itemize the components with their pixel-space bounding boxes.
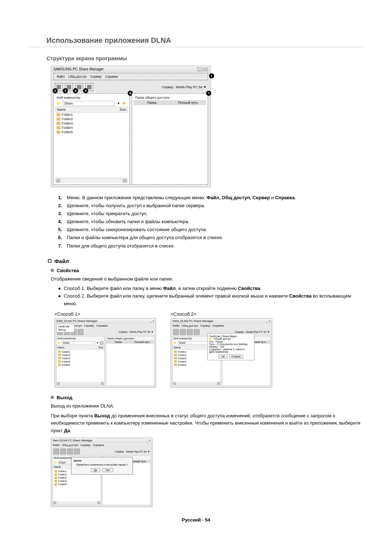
pane-right-title: Папка общего доступа	[134, 95, 206, 100]
close-icon: ×	[203, 68, 208, 71]
screenshot-method1: SAM_DLNA PC Share Manager_ × Файл Общ.до…	[54, 318, 156, 388]
toolbar-icon-4: 4	[75, 83, 83, 91]
toolbar-icon-2: 2	[55, 83, 63, 91]
properties-dialog: Свойства: Папка Видео 📁Общий доступ Тип …	[207, 333, 254, 360]
col-size: Size	[103, 108, 126, 111]
minimize-icon: _	[197, 68, 202, 71]
callout-5: 5	[83, 88, 88, 93]
menu-server: Сервер	[90, 75, 102, 78]
callout-1: 1	[209, 73, 214, 78]
folder-row: Folder4	[55, 126, 128, 130]
callout-4: 4	[73, 88, 78, 93]
share-select: Share	[63, 101, 115, 106]
folder-row: Folder5	[55, 130, 128, 134]
exit-description-2: При выборе пункта Выход до применения вн…	[29, 412, 363, 435]
folder-row: Folder1	[55, 112, 128, 117]
pane-shared-folder: 7 Папка общего доступа Папка Полный путь	[132, 93, 208, 185]
props-description: Отображение сведений о выбранном файле и…	[29, 275, 363, 283]
small-square-icon	[51, 396, 54, 399]
window-controls: _ ×	[197, 68, 208, 71]
folder-row: Folder3	[55, 121, 128, 126]
scrollbar: ‹ ›	[55, 178, 128, 183]
no-button: Нет	[102, 468, 113, 472]
cancel-button: Отмена	[229, 355, 243, 359]
screenshot-exit-confirm: Sam DLNA PC Share Manager_ × Файл Общ.до…	[51, 438, 152, 507]
method-list: ●Способ 1. Выберите файл или папку в мен…	[29, 285, 363, 307]
numbered-list: 1.Меню. В данном приложении представлены…	[29, 194, 363, 250]
toolbar-icon-5: 5	[85, 83, 93, 91]
yes-button: Да	[91, 468, 101, 472]
toolbar-icon-3: 3	[65, 83, 73, 91]
page-footer: Русский - 54	[0, 517, 392, 523]
menu-file: Файл	[57, 75, 65, 78]
callout-7: 7	[206, 91, 211, 96]
window-title: SAMSUNG PC Share Manager	[53, 67, 104, 71]
screenshot-app-layout: SAMSUNG PC Share Manager _ × Файл Общ.до…	[51, 66, 363, 187]
small-square-icon	[51, 269, 54, 272]
screenshot-method2: SAM_DLNA PC Share Manager_ × Файл Общ.до…	[171, 318, 272, 388]
confirm-dialog: Server Применить изменения в настройке п…	[71, 457, 133, 475]
folder-row: Folder2	[55, 117, 128, 121]
callout-3: 3	[63, 88, 68, 93]
subsection-exit: Выход	[29, 395, 363, 400]
col-folder: Папка	[134, 100, 170, 105]
col-name: Name	[57, 108, 103, 111]
pane-left-title: Мой компьютер	[55, 95, 128, 100]
ok-button: OK	[219, 355, 227, 359]
method1-label: <Способ 1>	[54, 311, 156, 317]
server-label: Сервер : Media Play PC Se ▼	[162, 85, 207, 89]
page-title: Использование приложения DLNA	[29, 36, 363, 47]
square-bullet-icon	[48, 259, 52, 263]
exit-description-1: Выход из приложения DLNA.	[29, 402, 363, 410]
method2-label: <Способ 2>	[171, 311, 272, 317]
menu-help: Справка	[105, 75, 118, 78]
file-menu-dropdown: Свойства Выход	[56, 324, 74, 332]
pane-my-computer: 6 Мой компьютер 📁 Share ▼ 📂 Name Size Fo…	[53, 93, 130, 185]
subsection-properties: Свойства	[29, 268, 363, 273]
section-heading-layout: Структура экрана программы	[29, 55, 363, 61]
menubar: Файл Общ.доступ Сервер Справка 1	[53, 73, 208, 80]
menu-share: Общ.доступ	[68, 75, 86, 78]
section-file: Файл	[29, 258, 363, 264]
col-path: Полный путь	[170, 100, 206, 105]
callout-2: 2	[53, 88, 58, 93]
